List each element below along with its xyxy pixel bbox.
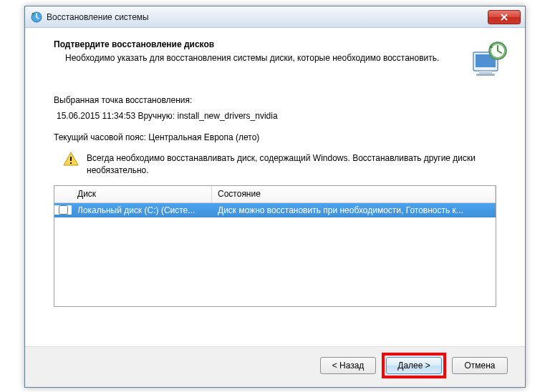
restore-icon bbox=[468, 39, 508, 79]
table-header: Диск Состояние bbox=[54, 186, 496, 203]
restore-point-value: 15.06.2015 11:34:53 Вручную: install_new… bbox=[54, 111, 496, 121]
page-description: Необходимо указать для восстановления си… bbox=[54, 52, 456, 64]
svg-rect-8 bbox=[70, 162, 72, 164]
svg-rect-7 bbox=[70, 157, 72, 161]
window-title: Восстановление системы bbox=[47, 12, 488, 22]
header-section: Подтвердите восстановление дисков Необхо… bbox=[25, 28, 525, 89]
row-checkbox-cell bbox=[54, 205, 72, 215]
disk-name-cell: Локальный диск (C:) (Систе... bbox=[72, 205, 212, 215]
column-disk[interactable]: Диск bbox=[72, 186, 212, 202]
warning-text: Всегда необходимо восстанавливать диск, … bbox=[87, 151, 496, 177]
page-title: Подтвердите восстановление дисков bbox=[54, 39, 456, 49]
svg-rect-4 bbox=[476, 74, 495, 76]
content-area: Подтвердите восстановление дисков Необхо… bbox=[25, 28, 525, 387]
disk-checkbox[interactable] bbox=[59, 205, 68, 215]
button-bar: < Назад Далее > Отмена bbox=[25, 346, 525, 387]
timezone-label: Текущий часовой пояс: Центральная Европа… bbox=[54, 132, 496, 142]
next-button[interactable]: Далее > bbox=[386, 357, 442, 374]
disk-table: Диск Состояние Локальный диск (C:) (Сист… bbox=[54, 185, 496, 307]
column-status[interactable]: Состояние bbox=[212, 186, 496, 202]
back-button[interactable]: < Назад bbox=[320, 357, 376, 374]
next-button-highlight: Далее > bbox=[382, 353, 446, 378]
disk-status-cell: Диск можно восстановить при необходимост… bbox=[212, 205, 496, 215]
warning-box: Всегда необходимо восстанавливать диск, … bbox=[25, 151, 525, 177]
cancel-button[interactable]: Отмена bbox=[452, 357, 508, 374]
close-button[interactable] bbox=[488, 10, 521, 24]
table-row[interactable]: Локальный диск (C:) (Систе... Диск можно… bbox=[54, 203, 496, 217]
titlebar[interactable]: Восстановление системы bbox=[25, 6, 525, 28]
svg-rect-3 bbox=[479, 71, 492, 74]
restore-point-label: Выбранная точка восстановления: bbox=[54, 95, 496, 105]
system-restore-window: Восстановление системы Подтвердите восст… bbox=[24, 6, 526, 388]
info-section: Выбранная точка восстановления: 15.06.20… bbox=[25, 89, 525, 151]
app-icon bbox=[31, 11, 42, 23]
column-checkbox bbox=[54, 186, 72, 202]
warning-icon bbox=[62, 151, 79, 168]
